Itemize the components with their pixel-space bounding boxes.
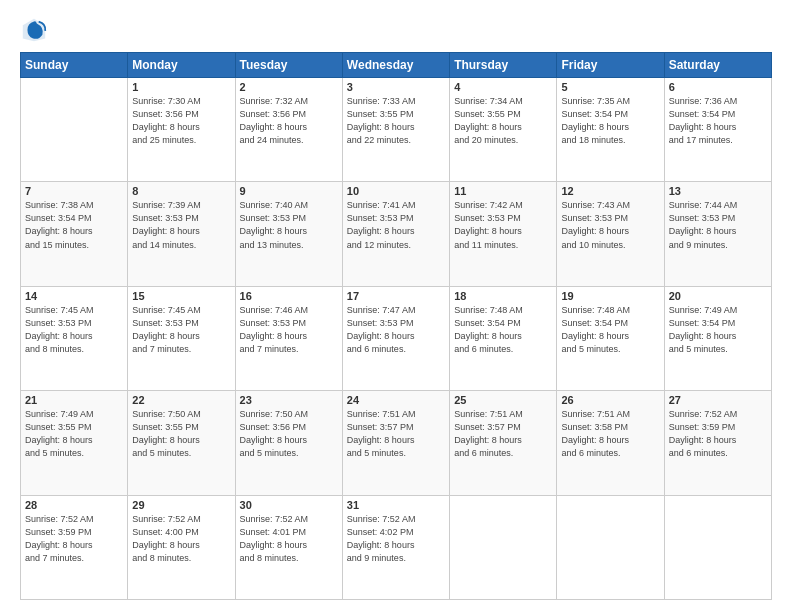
day-number: 15: [132, 290, 230, 302]
weekday-wednesday: Wednesday: [342, 53, 449, 78]
day-number: 13: [669, 185, 767, 197]
calendar-cell: 15Sunrise: 7:45 AM Sunset: 3:53 PM Dayli…: [128, 286, 235, 390]
calendar-cell: 2Sunrise: 7:32 AM Sunset: 3:56 PM Daylig…: [235, 78, 342, 182]
calendar-cell: 21Sunrise: 7:49 AM Sunset: 3:55 PM Dayli…: [21, 391, 128, 495]
day-info: Sunrise: 7:44 AM Sunset: 3:53 PM Dayligh…: [669, 199, 767, 251]
day-info: Sunrise: 7:51 AM Sunset: 3:58 PM Dayligh…: [561, 408, 659, 460]
day-info: Sunrise: 7:52 AM Sunset: 3:59 PM Dayligh…: [669, 408, 767, 460]
day-number: 30: [240, 499, 338, 511]
day-number: 4: [454, 81, 552, 93]
header: [20, 16, 772, 44]
calendar-cell: 25Sunrise: 7:51 AM Sunset: 3:57 PM Dayli…: [450, 391, 557, 495]
day-number: 27: [669, 394, 767, 406]
day-number: 26: [561, 394, 659, 406]
day-info: Sunrise: 7:38 AM Sunset: 3:54 PM Dayligh…: [25, 199, 123, 251]
day-number: 3: [347, 81, 445, 93]
day-info: Sunrise: 7:43 AM Sunset: 3:53 PM Dayligh…: [561, 199, 659, 251]
weekday-header-row: SundayMondayTuesdayWednesdayThursdayFrid…: [21, 53, 772, 78]
day-info: Sunrise: 7:48 AM Sunset: 3:54 PM Dayligh…: [561, 304, 659, 356]
day-number: 31: [347, 499, 445, 511]
calendar-cell: 18Sunrise: 7:48 AM Sunset: 3:54 PM Dayli…: [450, 286, 557, 390]
day-info: Sunrise: 7:41 AM Sunset: 3:53 PM Dayligh…: [347, 199, 445, 251]
day-info: Sunrise: 7:50 AM Sunset: 3:55 PM Dayligh…: [132, 408, 230, 460]
day-number: 11: [454, 185, 552, 197]
calendar-cell: 1Sunrise: 7:30 AM Sunset: 3:56 PM Daylig…: [128, 78, 235, 182]
day-number: 6: [669, 81, 767, 93]
weekday-sunday: Sunday: [21, 53, 128, 78]
day-info: Sunrise: 7:47 AM Sunset: 3:53 PM Dayligh…: [347, 304, 445, 356]
calendar-cell: 19Sunrise: 7:48 AM Sunset: 3:54 PM Dayli…: [557, 286, 664, 390]
calendar-cell: 29Sunrise: 7:52 AM Sunset: 4:00 PM Dayli…: [128, 495, 235, 599]
weekday-thursday: Thursday: [450, 53, 557, 78]
day-number: 10: [347, 185, 445, 197]
day-number: 20: [669, 290, 767, 302]
calendar-table: SundayMondayTuesdayWednesdayThursdayFrid…: [20, 52, 772, 600]
day-number: 8: [132, 185, 230, 197]
day-info: Sunrise: 7:32 AM Sunset: 3:56 PM Dayligh…: [240, 95, 338, 147]
week-row-0: 1Sunrise: 7:30 AM Sunset: 3:56 PM Daylig…: [21, 78, 772, 182]
calendar-cell: 10Sunrise: 7:41 AM Sunset: 3:53 PM Dayli…: [342, 182, 449, 286]
day-number: 9: [240, 185, 338, 197]
calendar-cell: [664, 495, 771, 599]
calendar-cell: 4Sunrise: 7:34 AM Sunset: 3:55 PM Daylig…: [450, 78, 557, 182]
calendar-cell: 13Sunrise: 7:44 AM Sunset: 3:53 PM Dayli…: [664, 182, 771, 286]
weekday-tuesday: Tuesday: [235, 53, 342, 78]
calendar-cell: [450, 495, 557, 599]
calendar-cell: 11Sunrise: 7:42 AM Sunset: 3:53 PM Dayli…: [450, 182, 557, 286]
day-info: Sunrise: 7:45 AM Sunset: 3:53 PM Dayligh…: [132, 304, 230, 356]
weekday-monday: Monday: [128, 53, 235, 78]
calendar-cell: 5Sunrise: 7:35 AM Sunset: 3:54 PM Daylig…: [557, 78, 664, 182]
calendar-cell: 14Sunrise: 7:45 AM Sunset: 3:53 PM Dayli…: [21, 286, 128, 390]
day-info: Sunrise: 7:49 AM Sunset: 3:54 PM Dayligh…: [669, 304, 767, 356]
day-info: Sunrise: 7:40 AM Sunset: 3:53 PM Dayligh…: [240, 199, 338, 251]
week-row-1: 7Sunrise: 7:38 AM Sunset: 3:54 PM Daylig…: [21, 182, 772, 286]
weekday-saturday: Saturday: [664, 53, 771, 78]
day-number: 28: [25, 499, 123, 511]
day-number: 1: [132, 81, 230, 93]
day-info: Sunrise: 7:34 AM Sunset: 3:55 PM Dayligh…: [454, 95, 552, 147]
calendar-cell: [21, 78, 128, 182]
logo-icon: [20, 16, 48, 44]
calendar-cell: 31Sunrise: 7:52 AM Sunset: 4:02 PM Dayli…: [342, 495, 449, 599]
week-row-4: 28Sunrise: 7:52 AM Sunset: 3:59 PM Dayli…: [21, 495, 772, 599]
day-number: 18: [454, 290, 552, 302]
day-number: 5: [561, 81, 659, 93]
calendar-cell: 28Sunrise: 7:52 AM Sunset: 3:59 PM Dayli…: [21, 495, 128, 599]
calendar-cell: 20Sunrise: 7:49 AM Sunset: 3:54 PM Dayli…: [664, 286, 771, 390]
calendar-cell: 23Sunrise: 7:50 AM Sunset: 3:56 PM Dayli…: [235, 391, 342, 495]
day-number: 12: [561, 185, 659, 197]
calendar-cell: 3Sunrise: 7:33 AM Sunset: 3:55 PM Daylig…: [342, 78, 449, 182]
calendar-cell: 24Sunrise: 7:51 AM Sunset: 3:57 PM Dayli…: [342, 391, 449, 495]
calendar-cell: 27Sunrise: 7:52 AM Sunset: 3:59 PM Dayli…: [664, 391, 771, 495]
day-info: Sunrise: 7:36 AM Sunset: 3:54 PM Dayligh…: [669, 95, 767, 147]
day-info: Sunrise: 7:33 AM Sunset: 3:55 PM Dayligh…: [347, 95, 445, 147]
calendar-cell: 12Sunrise: 7:43 AM Sunset: 3:53 PM Dayli…: [557, 182, 664, 286]
day-number: 23: [240, 394, 338, 406]
calendar-cell: [557, 495, 664, 599]
day-number: 21: [25, 394, 123, 406]
calendar-cell: 30Sunrise: 7:52 AM Sunset: 4:01 PM Dayli…: [235, 495, 342, 599]
day-number: 14: [25, 290, 123, 302]
calendar-cell: 26Sunrise: 7:51 AM Sunset: 3:58 PM Dayli…: [557, 391, 664, 495]
day-number: 24: [347, 394, 445, 406]
day-info: Sunrise: 7:48 AM Sunset: 3:54 PM Dayligh…: [454, 304, 552, 356]
day-number: 7: [25, 185, 123, 197]
day-number: 29: [132, 499, 230, 511]
day-info: Sunrise: 7:51 AM Sunset: 3:57 PM Dayligh…: [347, 408, 445, 460]
day-number: 19: [561, 290, 659, 302]
day-info: Sunrise: 7:52 AM Sunset: 4:01 PM Dayligh…: [240, 513, 338, 565]
week-row-2: 14Sunrise: 7:45 AM Sunset: 3:53 PM Dayli…: [21, 286, 772, 390]
day-info: Sunrise: 7:49 AM Sunset: 3:55 PM Dayligh…: [25, 408, 123, 460]
day-info: Sunrise: 7:30 AM Sunset: 3:56 PM Dayligh…: [132, 95, 230, 147]
day-info: Sunrise: 7:45 AM Sunset: 3:53 PM Dayligh…: [25, 304, 123, 356]
calendar-cell: 6Sunrise: 7:36 AM Sunset: 3:54 PM Daylig…: [664, 78, 771, 182]
day-info: Sunrise: 7:51 AM Sunset: 3:57 PM Dayligh…: [454, 408, 552, 460]
day-number: 22: [132, 394, 230, 406]
page: SundayMondayTuesdayWednesdayThursdayFrid…: [0, 0, 792, 612]
day-info: Sunrise: 7:42 AM Sunset: 3:53 PM Dayligh…: [454, 199, 552, 251]
day-info: Sunrise: 7:52 AM Sunset: 3:59 PM Dayligh…: [25, 513, 123, 565]
day-number: 25: [454, 394, 552, 406]
calendar-cell: 17Sunrise: 7:47 AM Sunset: 3:53 PM Dayli…: [342, 286, 449, 390]
day-info: Sunrise: 7:35 AM Sunset: 3:54 PM Dayligh…: [561, 95, 659, 147]
calendar-cell: 16Sunrise: 7:46 AM Sunset: 3:53 PM Dayli…: [235, 286, 342, 390]
